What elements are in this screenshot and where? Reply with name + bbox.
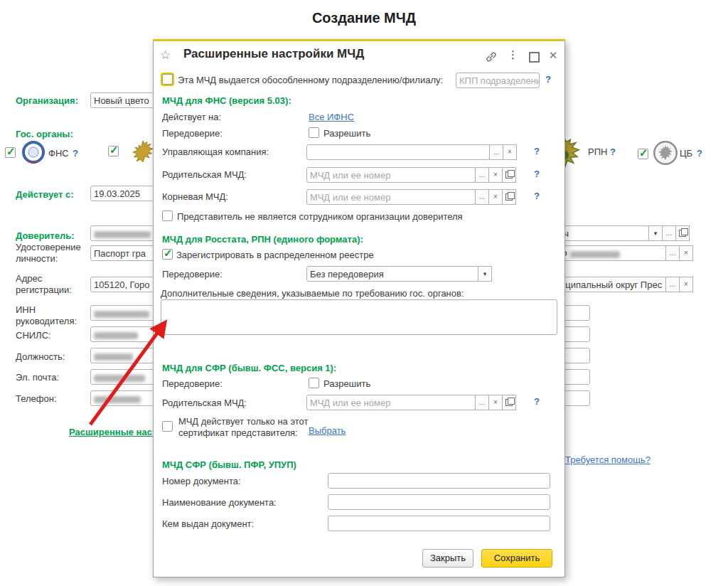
address-choose-button[interactable]: ... [665,277,680,292]
root-field[interactable]: МЧД или ее номер ... × [306,189,516,205]
mgmt-choose-button[interactable]: ... [489,144,503,160]
extra-info-textarea[interactable] [161,299,557,335]
help-needed-link[interactable]: Требуется помощь? [565,454,651,465]
principal-choose-button[interactable]: ... [662,225,676,241]
redacted-inn [94,311,149,318]
email-label: Эл. почта: [16,372,59,383]
redacted-email [94,375,145,382]
rpn-label: РПН [588,146,607,158]
app-window: Создание МЧД Организация: Гос. органы: Д… [0,0,728,586]
fns-allow-checkbox[interactable] [309,127,319,138]
root-clear-button[interactable]: × [488,189,503,205]
fns-checkbox[interactable]: ✓ [5,147,16,158]
doc-name-label: Наименование документа: [162,497,277,508]
cb-checkbox[interactable]: ✓ [638,149,648,159]
fns-label: ФНС [48,148,69,159]
fns-parent-label: Родительская МЧД: [162,169,247,181]
rosstat-redelegate-select[interactable]: Без передоверия ▾ [306,266,492,282]
doc-issuer-field[interactable] [328,516,550,531]
redacted-principal [94,231,151,238]
doc-number-field[interactable] [328,473,550,489]
doc-name-field[interactable] [328,494,550,510]
snils-label: СНИЛС: [16,330,51,341]
branch-help-icon[interactable]: ? [545,74,551,85]
close-button[interactable]: Закрыть [422,549,473,568]
parent-open-button[interactable] [502,167,516,183]
favorite-star-icon[interactable]: ☆ [160,48,171,63]
mgmt-company-field[interactable]: ... × [306,144,517,160]
principal-dropdown-button[interactable]: ▾ [648,225,663,241]
rosstat-checkbox[interactable]: ✓ [108,146,119,156]
identity-clear-button[interactable]: × [679,245,693,261]
fns-parent-field[interactable]: МЧД или ее номер ... × [306,167,516,183]
rosstat-emblem-icon [130,137,156,166]
fns-redelegate-label: Передоверие: [162,128,223,139]
sfr-parent-open-button[interactable] [502,395,516,410]
organization-label: Организация: [16,95,78,107]
gov-bodies-label: Гос. органы: [16,129,73,140]
sfr-allow-label[interactable]: Разрешить [323,378,370,390]
not-employee-label[interactable]: Представитель не является сотрудником ор… [177,211,463,223]
address-tail-text: иципальный округ Прес [560,279,662,290]
cert-only-label[interactable]: МЧД действует только на этот сертификат … [178,416,310,439]
root-open-button[interactable] [502,189,516,205]
root-help-icon[interactable]: ? [534,191,540,201]
cert-only-checkbox[interactable] [162,421,173,432]
identity-value-text: Паспорт гра [94,248,146,259]
pfr-section-title: МЧД СФР (бывш. ПФР, УПУП) [162,459,296,470]
rpn-help-icon[interactable]: ? [610,146,616,157]
parent-choose-button[interactable]: ... [475,167,489,183]
save-button[interactable]: Сохранить [481,549,552,568]
rosstat-redelegate-dropdown[interactable]: ▾ [478,266,492,282]
kpp-field[interactable]: КПП подразделения... [456,73,540,88]
sfr-allow-checkbox[interactable] [309,378,319,388]
identity-choose-button[interactable]: ... [665,245,680,261]
redacted-identity [570,251,620,258]
fns-allow-label[interactable]: Разрешить [323,128,370,139]
rosstat-section-title: МЧД для Росстата, РПН (единого формата): [162,234,363,245]
address-label: Адрес регистрации: [16,273,87,296]
maximize-icon[interactable] [529,52,540,63]
sfr-redelegate-label: Передоверие: [162,378,223,390]
mgmt-help-icon[interactable]: ? [534,146,540,156]
branch-checkbox-label[interactable]: Эта МЧД выдается обособленному подраздел… [178,75,443,86]
not-employee-checkbox[interactable] [162,211,173,221]
choose-cert-link[interactable]: Выбрать [309,425,346,436]
register-label[interactable]: Зарегистрировать в распределенном реестр… [176,250,374,261]
kpp-placeholder[interactable]: КПП подразделения... [456,73,540,88]
cb-help-icon[interactable]: ? [697,148,702,159]
fns-section-title: МЧД для ФНС (версия 5.03): [162,95,291,106]
close-dialog-icon[interactable]: ✕ [547,49,559,62]
sfr-parent-field[interactable]: МЧД или ее номер ... × [306,395,516,410]
all-ifns-link[interactable]: Все ИФНС [309,112,354,122]
open-icon [505,399,513,406]
branch-checkbox[interactable] [162,74,173,85]
open-icon [505,171,513,179]
valid-from-label: Действует с: [16,189,74,201]
fns-help-icon[interactable]: ? [73,148,78,159]
address-clear-button[interactable]: × [679,277,693,292]
redacted-snils [94,332,138,339]
more-menu-icon[interactable]: ⋮ [508,48,518,61]
root-choose-button[interactable]: ... [475,189,489,205]
advanced-settings-dialog: ☆ Расширенные настройки МЧД ⋮ ✕ Эта МЧД … [153,39,565,577]
register-checkbox[interactable]: ✓ [162,249,173,260]
get-link-icon[interactable] [485,50,498,63]
rosstat-redelegate-label: Передоверие: [162,269,223,280]
rosstat-redelegate-value[interactable]: Без передоверия [306,266,478,282]
principal-label: Доверитель: [16,230,75,242]
sfr-parent-choose-button[interactable]: ... [475,395,489,410]
mgmt-clear-button[interactable]: × [503,144,517,160]
parent-help-icon[interactable]: ? [534,169,540,179]
mgmt-company-label: Управляющая компания: [162,146,269,158]
extra-info-label: Дополнительные сведения, указываемые по … [161,288,464,299]
open-icon [679,230,686,237]
sfr-parent-clear-button[interactable]: × [488,395,503,410]
parent-clear-button[interactable]: × [488,167,503,183]
doc-issuer-label: Кем выдан документ: [162,518,254,530]
redacted-phone [94,396,141,403]
cb-label: ЦБ [680,148,692,159]
sfr-parent-help-icon[interactable]: ? [534,396,540,407]
acts-on-label: Действует на: [162,112,221,123]
principal-open-button[interactable] [675,225,690,241]
